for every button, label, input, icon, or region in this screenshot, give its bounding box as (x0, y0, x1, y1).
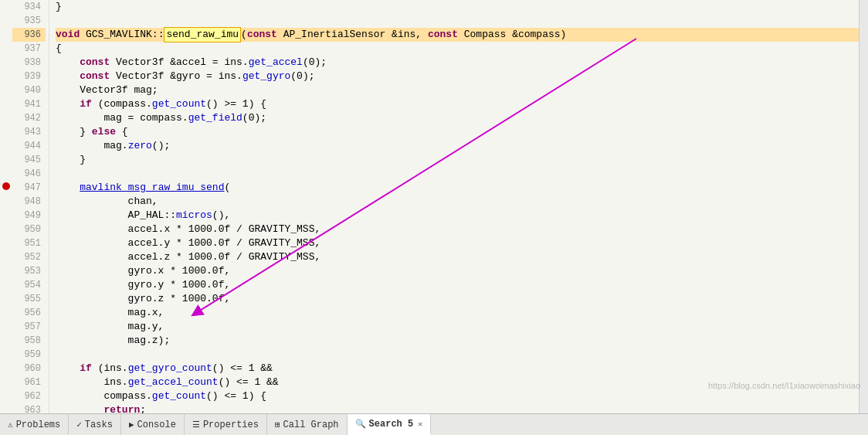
bp-13 (0, 179, 12, 193)
bp-21 (0, 289, 12, 303)
code-line-949: AP_HAL::micros(), (56, 209, 859, 223)
code-line-938: const Vector3f &accel = ins.get_accel(0)… (56, 56, 859, 70)
bp-17 (0, 234, 12, 248)
vertical-scrollbar[interactable] (859, 0, 868, 413)
code-line-936: void GCS_MAVLINK::send_raw_imu(const AP_… (56, 28, 859, 42)
code-line-939: const Vector3f &gyro = ins.get_gyro(0); (56, 70, 859, 83)
problems-icon: ⚠ (8, 420, 13, 430)
code-line-957: mag.y, (56, 320, 859, 334)
editor-area: 934 935 936 937 938 939 940 941 942 943 … (0, 0, 868, 413)
tab-console-label: Console (137, 420, 176, 430)
code-line-942: mag = compass.get_field(0); (56, 111, 859, 125)
tab-problems-label: Problems (16, 420, 61, 430)
code-line-956: mag.x, (56, 306, 859, 320)
tab-search[interactable]: 🔍 Search 5 ✕ (348, 414, 432, 435)
bp-0 (0, 0, 12, 14)
code-line-962: compass.get_count() <= 1) { (56, 389, 859, 403)
code-line-959 (56, 348, 859, 362)
tab-search-label: Search 5 (369, 419, 414, 430)
properties-icon: ☰ (192, 420, 200, 430)
bp-12 (0, 165, 12, 179)
code-line-946 (56, 167, 859, 181)
code-line-958: mag.z); (56, 334, 859, 348)
bp-28 (0, 386, 12, 399)
bp-16 (0, 220, 12, 234)
tasks-icon: ✓ (76, 420, 82, 430)
bp-4 (0, 55, 12, 69)
search-icon: 🔍 (355, 419, 366, 429)
tab-tasks-label: Tasks (85, 420, 113, 430)
tab-console[interactable]: ▶ Console (121, 414, 185, 435)
code-lines: } void GCS_MAVLINK::send_raw_imu(const A… (49, 0, 859, 413)
tab-tasks[interactable]: ✓ Tasks (69, 414, 121, 435)
bp-5 (0, 69, 12, 83)
tab-properties[interactable]: ☰ Properties (185, 414, 267, 435)
code-line-943: } else { (56, 125, 859, 139)
bp-9 (0, 124, 12, 138)
bp-10 (0, 138, 12, 151)
bp-18 (0, 248, 12, 262)
code-line-963: return; (56, 403, 859, 413)
tab-properties-label: Properties (203, 420, 259, 430)
bp-15 (0, 206, 12, 220)
code-line-960: if (ins.get_gyro_count() <= 1 && (56, 362, 859, 376)
tab-problems[interactable]: ⚠ Problems (0, 414, 69, 435)
code-line-944: mag.zero(); (56, 139, 859, 153)
bp-19 (0, 262, 12, 276)
bp-26 (0, 359, 12, 372)
bp-29 (0, 399, 12, 413)
code-line-937: { (56, 42, 859, 56)
code-line-941: if (compass.get_count() >= 1) { (56, 97, 859, 111)
bp-6 (0, 83, 12, 97)
code-line-954: gyro.y * 1000.0f, (56, 278, 859, 292)
bp-8 (0, 110, 12, 124)
search-tab-close[interactable]: ✕ (418, 420, 422, 429)
bp-14 (0, 193, 12, 207)
code-line-951: accel.y * 1000.0f / GRAVITY_MSS, (56, 236, 859, 250)
bp-27 (0, 372, 12, 386)
code-line-948: chan, (56, 195, 859, 209)
tab-callgraph-label: Call Graph (283, 420, 339, 430)
bp-7 (0, 97, 12, 110)
bp-24 (0, 331, 12, 345)
bp-2 (0, 28, 12, 42)
callgraph-icon: ⊞ (275, 420, 280, 430)
bp-11 (0, 151, 12, 165)
code-line-945: } (56, 153, 859, 167)
bp-3 (0, 41, 12, 55)
code-line-953: gyro.x * 1000.0f, (56, 264, 859, 278)
code-line-952: accel.z * 1000.0f / GRAVITY_MSS, (56, 250, 859, 264)
code-line-955: gyro.z * 1000.0f, (56, 292, 859, 306)
breakpoint-area (0, 0, 12, 413)
code-line-935 (56, 14, 859, 28)
code-line-947: mavlink_msg_raw_imu_send( (56, 181, 859, 195)
tab-callgraph[interactable]: ⊞ Call Graph (267, 414, 348, 435)
bp-23 (0, 317, 12, 331)
line-numbers: 934 935 936 937 938 939 940 941 942 943 … (12, 0, 49, 413)
bp-1 (0, 14, 12, 28)
bp-20 (0, 276, 12, 290)
bp-22 (0, 303, 12, 317)
code-line-940: Vector3f mag; (56, 83, 859, 97)
code-line-950: accel.x * 1000.0f / GRAVITY_MSS, (56, 223, 859, 236)
code-container: 934 935 936 937 938 939 940 941 942 943 … (0, 0, 868, 413)
console-icon: ▶ (129, 420, 134, 430)
bottom-tab-bar: ⚠ Problems ✓ Tasks ▶ Console ☰ Propertie… (0, 413, 868, 435)
code-line-934: } (56, 0, 859, 14)
code-line-961: ins.get_accel_count() <= 1 && (56, 376, 859, 389)
bp-25 (0, 345, 12, 359)
